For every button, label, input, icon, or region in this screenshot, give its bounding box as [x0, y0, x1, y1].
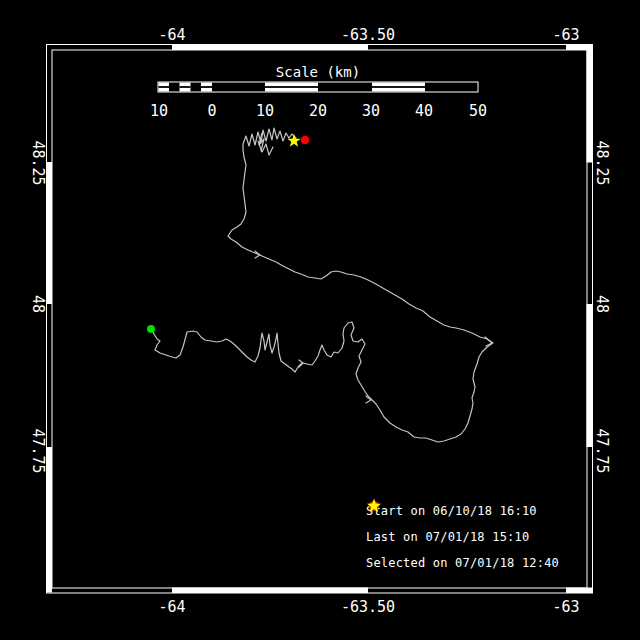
scale-tick-label: 30	[362, 104, 380, 119]
lat-tick-label-left: 48.25	[30, 140, 45, 185]
legend-row-last: Last on 07/01/18 15:10	[366, 524, 559, 550]
legend-label-selected: Selected on 07/01/18 12:40	[366, 556, 559, 570]
lat-tick-label-right: 48.25	[594, 140, 609, 185]
lat-tick-label-right: 47.75	[594, 428, 609, 473]
selected-star-icon	[366, 498, 382, 514]
scale-tick-label: 0	[207, 104, 216, 119]
scale-bar	[158, 82, 478, 92]
scale-tick-label: 50	[469, 104, 487, 119]
legend-label-last: Last on 07/01/18 15:10	[366, 530, 529, 544]
lon-tick-label-bottom: -64	[158, 600, 185, 615]
scale-tick-label: 20	[309, 104, 327, 119]
legend-label-start: Start on 06/10/18 16:10	[366, 504, 537, 518]
track-line[interactable]	[151, 128, 493, 442]
scale-tick-label: 10	[256, 104, 274, 119]
scale-tick-label: 10	[150, 104, 168, 119]
legend-row-selected: Selected on 07/01/18 12:40	[366, 550, 559, 576]
lat-tick-label-left: 48	[30, 295, 45, 313]
start-marker[interactable]	[147, 325, 155, 333]
lat-tick-label-right: 48	[594, 295, 609, 313]
track-path[interactable]	[151, 128, 493, 442]
lat-tick-label-left: 47.75	[30, 428, 45, 473]
scale-bar-title: Scale (km)	[276, 65, 360, 79]
lon-tick-label-bottom: -63.50	[341, 600, 395, 615]
lon-tick-label-top: -63.50	[341, 28, 395, 43]
scale-tick-label: 40	[415, 104, 433, 119]
map-window: -64 -63.50 -63 -64 -63.50 -63 48.25 48 4…	[0, 0, 640, 640]
legend: Start on 06/10/18 16:10 Last on 07/01/18…	[366, 498, 559, 576]
last-marker[interactable]	[301, 136, 310, 145]
legend-row-start: Start on 06/10/18 16:10	[366, 498, 559, 524]
selected-marker[interactable]	[287, 134, 300, 147]
lon-tick-label-bottom: -63	[552, 600, 579, 615]
lon-tick-label-top: -63	[552, 28, 579, 43]
lon-tick-label-top: -64	[158, 28, 185, 43]
